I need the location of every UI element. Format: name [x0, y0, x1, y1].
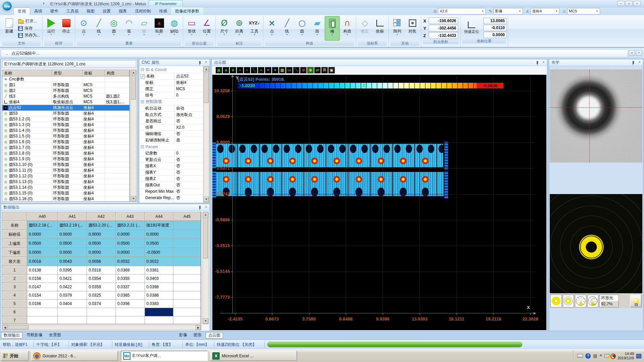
scroll-thumb[interactable]: [131, 76, 136, 100]
tree-row[interactable]: ◎圆53.1.5 (0)环形取圆坐标4: [2, 133, 129, 139]
pin-icon[interactable]: [197, 205, 202, 210]
measure-line-icon[interactable]: ╲: [251, 67, 257, 73]
ribbon-button-工具[interactable]: XYZ↙工具▼: [247, 16, 262, 41]
table-cell[interactable]: 0.0379: [58, 291, 87, 300]
cnc-property-row[interactable]: Generate Rep...否: [140, 195, 203, 201]
table-cell[interactable]: [87, 316, 116, 324]
table-cell[interactable]: 0.0000: [87, 230, 116, 239]
table-row-header[interactable]: 标称值: [2, 230, 27, 239]
table-cell[interactable]: 0.0500: [116, 239, 145, 248]
ribbon-button-线[interactable]: ╱线▼: [279, 16, 294, 41]
view-tab-点云图[interactable]: 点云图: [206, 332, 223, 339]
property-value[interactable]: 否: [174, 118, 203, 124]
cnc-scrollbar[interactable]: ▲ ▼: [203, 66, 209, 202]
property-value[interactable]: 点云52: [174, 73, 203, 79]
scroll-thumb[interactable]: [8, 325, 29, 329]
table-column-header[interactable]: A40: [27, 212, 58, 221]
tab-硬件[interactable]: 硬件: [46, 7, 62, 15]
scroll-down-icon[interactable]: ▼: [203, 318, 208, 324]
view-tab-导航影像[interactable]: 导航影像: [24, 332, 45, 339]
tree-row[interactable]: ◎圆53.1.6 (0)环形取圆坐标4: [2, 139, 129, 145]
cnc-property-row[interactable]: 组号0: [140, 92, 203, 99]
help-icon[interactable]: ?: [585, 353, 591, 359]
ribbon-button-对焦[interactable]: 对焦: [405, 16, 420, 41]
table-row-header[interactable]: 上偏差: [2, 239, 27, 248]
close-icon[interactable]: ×: [541, 60, 546, 65]
table-cell[interactable]: [173, 275, 201, 283]
table-cell[interactable]: 0.0000: [27, 248, 58, 257]
combo-value[interactable]: X2.0▼: [438, 8, 486, 14]
collapse-icon[interactable]: −: [141, 145, 144, 148]
table-cell[interactable]: 0.0000: [27, 230, 58, 239]
minimize-button[interactable]: ─: [617, 1, 625, 6]
tab-图像处理参数[interactable]: 图像处理参数: [171, 7, 203, 15]
checkbox-checked-icon[interactable]: ✓: [141, 74, 145, 78]
table-cell[interactable]: [116, 308, 145, 316]
tree-row[interactable]: ◎圆53.1.2 (0)环形取圆坐标4: [2, 116, 129, 122]
table-cell[interactable]: [173, 230, 201, 239]
property-value[interactable]: 否: [174, 169, 203, 175]
keyboard-icon[interactable]: [577, 354, 583, 358]
tree-column-header-坐标[interactable]: 坐标: [83, 70, 105, 76]
tree-row[interactable]: 坐标4取坐标原点MCS线3,圆1,...: [2, 99, 129, 105]
table-cell[interactable]: [173, 291, 201, 300]
property-value[interactable]: 否: [174, 131, 203, 137]
table-row-header[interactable]: 3: [2, 283, 27, 291]
ribbon-button-轮廓[interactable]: ▲轮廓▼: [152, 16, 167, 41]
cnc-property-row[interactable]: ✓名称点云52: [140, 73, 203, 79]
select-box-icon[interactable]: ▭: [286, 67, 292, 73]
table-cell[interactable]: 0.0500: [27, 239, 58, 248]
combo-value[interactable]: 影像▼: [493, 8, 523, 14]
table-row-header[interactable]: 名称: [2, 221, 27, 230]
view-tab-全景图[interactable]: 全景图: [47, 332, 63, 339]
select-region-icon[interactable]: ▦: [279, 67, 285, 73]
table-cell[interactable]: [145, 316, 174, 324]
table-cell[interactable]: 0.0369: [116, 266, 145, 275]
taskbar-window-button[interactable]: MeE:\Yss\客户调...: [121, 351, 208, 361]
table-cell[interactable]: [27, 308, 58, 316]
table-cell[interactable]: 0.0356: [116, 300, 145, 308]
cnc-property-row[interactable]: 更新点云否: [140, 157, 203, 163]
cnc-property-row[interactable]: 编辑继续否: [140, 131, 203, 137]
coaxial-light-icon[interactable]: [550, 295, 562, 307]
property-value[interactable]: 否: [174, 195, 203, 201]
tab-常用[interactable]: 常用: [13, 7, 30, 15]
tab-高级[interactable]: 高级: [30, 7, 46, 15]
ring-light-icon[interactable]: [563, 295, 574, 307]
ribbon-button-面[interactable]: ▰面▼: [310, 16, 325, 41]
table-cell[interactable]: 0.0355: [116, 275, 145, 283]
table-cell[interactable]: 0.0018: [27, 257, 58, 266]
tab-传感[interactable]: 传感: [155, 7, 171, 15]
multi-ring-wheel-icon[interactable]: [587, 295, 599, 307]
table-cell[interactable]: [173, 266, 201, 275]
ribbon-button-停止[interactable]: 停止: [59, 16, 74, 41]
table-cell[interactable]: [27, 316, 58, 324]
window-capture-icon[interactable]: ▣: [328, 67, 335, 73]
table-row-header[interactable]: 7: [2, 316, 27, 324]
collapse-icon[interactable]: −: [141, 100, 144, 103]
table-cell[interactable]: 0.0000: [87, 248, 116, 257]
table-row-header[interactable]: 2: [2, 275, 27, 283]
ribbon-button-形状[interactable]: ▭形状▼: [184, 16, 199, 41]
notice-dock-button[interactable]: ▭: [629, 50, 635, 56]
table-cell[interactable]: 0.0421: [58, 275, 87, 283]
close-icon[interactable]: ×: [204, 60, 209, 65]
cnc-property-row[interactable]: 右键强制终止是: [140, 137, 203, 143]
table-cell[interactable]: [58, 316, 87, 324]
speaker-muted-icon[interactable]: [612, 354, 615, 358]
view-tab-数据输出[interactable]: 数据输出: [1, 332, 22, 339]
scroll-up-icon[interactable]: ▲: [204, 67, 209, 72]
table-cell[interactable]: [87, 308, 116, 316]
ribbon-button-点[interactable]: ⊙点▼: [76, 16, 91, 41]
property-value[interactable]: 激光取点: [174, 112, 203, 118]
scroll-thumb[interactable]: [204, 73, 209, 103]
ribbon-button-运行[interactable]: 运行▼: [44, 16, 59, 41]
segment-wheel-icon[interactable]: [575, 295, 586, 307]
contextual-tab-header[interactable]: IP Parameter: [149, 0, 183, 7]
rotate-up-icon[interactable]: ∧: [223, 67, 229, 73]
table-cell[interactable]: 0.0381: [145, 266, 174, 275]
table-cell[interactable]: 0.0000: [116, 248, 145, 257]
table-cell[interactable]: 0.0422: [58, 283, 87, 291]
tree-scrollbar[interactable]: ▲ ▼: [130, 70, 137, 202]
tab-视图[interactable]: 视图: [83, 7, 99, 15]
